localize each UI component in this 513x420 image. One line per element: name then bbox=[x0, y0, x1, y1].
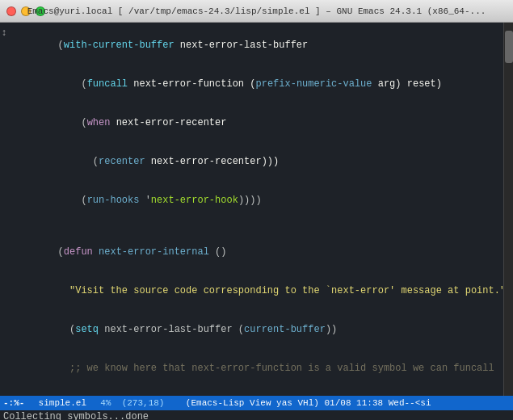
code-line: (with-current-buffer next-error-last-buf… bbox=[11, 26, 500, 65]
code-line: (with-current-buffer next-error-last-buf… bbox=[11, 388, 500, 393]
code-line: (run-hooks 'next-error-hook)))) bbox=[11, 181, 500, 220]
echo-message: Collecting symbols...done bbox=[3, 411, 149, 420]
code-editor[interactable]: ↕ (with-current-buffer next-error-last-b… bbox=[0, 23, 503, 396]
editor-container: ↕ (with-current-buffer next-error-last-b… bbox=[0, 23, 513, 396]
code-line: "Visit the source code corresponding to … bbox=[11, 271, 500, 310]
modeline-filename: simple.el bbox=[27, 398, 86, 408]
code-content[interactable]: (with-current-buffer next-error-last-buf… bbox=[8, 26, 503, 393]
modeline-location: (273,18) bbox=[122, 398, 186, 408]
code-line: (recenter next-error-recenter))) bbox=[11, 142, 500, 181]
close-button[interactable] bbox=[6, 6, 16, 16]
modeline: -:%- simple.el 4% (273,18) (Emacs-Lisp V… bbox=[0, 396, 513, 410]
code-line: (funcall next-error-function (prefix-num… bbox=[11, 65, 500, 103]
titlebar: Emacs@yuri.local [ /var/tmp/emacs-24.3/l… bbox=[0, 0, 513, 23]
code-line: (defun next-error-internal () bbox=[11, 233, 500, 271]
echo-area: Collecting symbols...done bbox=[0, 410, 513, 420]
modeline-mode: (Emacs-Lisp View yas VHl) bbox=[186, 398, 319, 408]
modeline-status: -:%- bbox=[3, 398, 24, 408]
code-line: (setq next-error-last-buffer (current-bu… bbox=[11, 310, 500, 349]
scrollbar-thumb[interactable] bbox=[505, 31, 513, 63]
scrollbar[interactable] bbox=[503, 23, 513, 396]
window-title: Emacs@yuri.local [ /var/tmp/emacs-24.3/l… bbox=[27, 6, 486, 16]
code-line: ;; we know here that next-error-function… bbox=[11, 349, 500, 388]
code-line bbox=[11, 220, 500, 233]
left-gutter: ↕ bbox=[0, 26, 8, 393]
modeline-date: 01/08 11:38 Wed--<si bbox=[319, 398, 431, 408]
modeline-position: 4% bbox=[90, 398, 122, 408]
code-line: (when next-error-recenter bbox=[11, 103, 500, 142]
